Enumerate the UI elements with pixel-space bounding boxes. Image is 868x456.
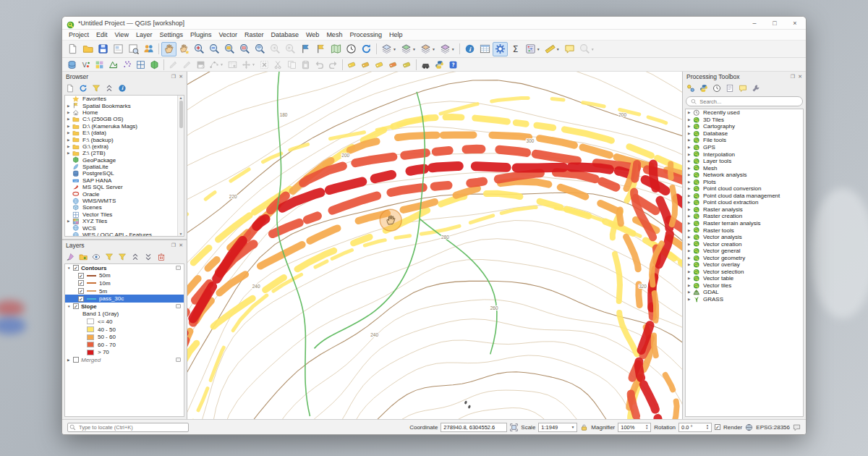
slope-class-3[interactable]: 60 - 70: [65, 341, 184, 349]
expand-arrow-icon[interactable]: ▶: [688, 200, 693, 204]
processing-category-raster-analysis[interactable]: ▶Raster analysis: [686, 206, 803, 214]
slope-class-0[interactable]: <= 40: [65, 318, 184, 326]
data-source-manager-button[interactable]: [65, 59, 79, 71]
processing-category-raster-tools[interactable]: ▶Raster tools: [686, 227, 803, 234]
processing-category-raster-terrain-analysis[interactable]: ▶Raster terrain analysis: [686, 220, 803, 227]
filter-legend-expression-button[interactable]: [116, 252, 128, 263]
add-point-cloud-layer-button[interactable]: [120, 59, 134, 71]
browser-scrollbar[interactable]: ▲▼: [177, 96, 184, 236]
magnifier-spinner[interactable]: 100%▲▼: [618, 423, 651, 432]
expand-arrow-icon[interactable]: ▶: [688, 256, 693, 260]
rotation-spinner[interactable]: 0.0 °▲▼: [678, 423, 712, 432]
expand-arrow-icon[interactable]: ▶: [688, 145, 693, 149]
processing-category-3d-tiles[interactable]: ▶3D Tiles: [686, 117, 803, 124]
highlight-labels-button[interactable]: [386, 59, 400, 71]
python-console-button[interactable]: [433, 59, 446, 71]
slope-class-2[interactable]: 50 - 60: [65, 333, 184, 341]
expand-arrow-icon[interactable]: ▶: [688, 214, 693, 218]
move-feature-button[interactable]: ▼: [239, 59, 258, 71]
expand-arrow-icon[interactable]: ▶: [688, 290, 693, 294]
menu-edit[interactable]: Edit: [93, 31, 111, 38]
new-print-layout-button[interactable]: [111, 42, 126, 56]
crs-globe-icon[interactable]: [745, 423, 753, 431]
add-ogc-layer-button[interactable]: ▼: [379, 42, 399, 56]
models-button[interactable]: [685, 83, 697, 94]
layer-10m[interactable]: ✓10m: [65, 279, 184, 287]
processing-category-vector-creation[interactable]: ▶Vector creation: [686, 240, 803, 248]
layer-group-slope[interactable]: ▼✓Slope: [65, 303, 184, 311]
browser-item-wfs-ogc-api-features[interactable]: WFS / OGC API - Features: [65, 232, 184, 237]
collapse-all-button[interactable]: [103, 83, 115, 94]
menu-layer[interactable]: Layer: [132, 31, 156, 38]
history-button[interactable]: [711, 83, 723, 94]
processing-category-point-cloud-extraction[interactable]: ▶Point cloud extraction: [686, 199, 803, 206]
collapse-arrow-icon[interactable]: ▼: [67, 305, 73, 308]
map-tips-button[interactable]: [562, 42, 577, 56]
layer-visibility-checkbox[interactable]: ✓: [78, 296, 84, 302]
zoom-next-button[interactable]: [283, 42, 298, 56]
expand-arrow-icon[interactable]: ▶: [688, 159, 693, 163]
processing-category-file-tools[interactable]: ▶File tools: [686, 137, 803, 144]
add-misc-layer-button[interactable]: ▼: [438, 42, 457, 56]
new-geopackage-layer-button[interactable]: [148, 59, 161, 71]
zoom-out-button[interactable]: [207, 42, 222, 56]
refresh-button[interactable]: [77, 83, 89, 94]
current-edits-button[interactable]: [166, 59, 180, 71]
add-db-layer-button[interactable]: ▼: [399, 42, 418, 56]
expand-arrow-icon[interactable]: ▶: [67, 117, 72, 121]
style-manager-button[interactable]: [141, 42, 156, 56]
browser-item-spatial-bookmarks[interactable]: ▶Spatial Bookmarks: [65, 102, 184, 109]
title-bar[interactable]: *Untitled Project — QGIS [workshop] – □ …: [62, 17, 806, 30]
coordinate-field[interactable]: 278940.8, 6304552.6: [441, 423, 507, 432]
browser-item-f-backup[interactable]: ▶F:\ (backup): [65, 136, 184, 143]
layer-diagram-button[interactable]: [359, 59, 373, 71]
zoom-in-button[interactable]: [192, 42, 207, 56]
lock-scale-icon[interactable]: [580, 423, 588, 431]
browser-item-vector-tiles[interactable]: Vector Tiles: [65, 211, 184, 218]
expand-arrow-icon[interactable]: ▶: [688, 153, 693, 156]
browser-item-sap-hana[interactable]: SAPSAP HANA: [65, 177, 184, 184]
expand-arrow-icon[interactable]: ▶: [67, 111, 72, 114]
processing-category-vector-geometry[interactable]: ▶Vector geometry: [686, 254, 803, 261]
expand-arrow-icon[interactable]: ▶: [688, 138, 693, 142]
expand-arrow-icon[interactable]: ▶: [688, 221, 693, 225]
expand-arrow-icon[interactable]: ▶: [688, 242, 693, 246]
browser-item-wcs[interactable]: WCS: [65, 224, 184, 231]
slope-class-1[interactable]: 40 - 50: [65, 326, 184, 334]
new-project-button[interactable]: [65, 42, 80, 56]
layer-labeling-button[interactable]: [345, 59, 359, 71]
expand-arrow-icon[interactable]: ▶: [688, 124, 693, 128]
zoom-to-selection-button[interactable]: [237, 42, 252, 56]
move-label-button[interactable]: [400, 59, 414, 71]
processing-category-grass[interactable]: ▶GRASS: [686, 296, 803, 303]
zoom-last-button[interactable]: [268, 42, 283, 56]
expand-arrow-icon[interactable]: ▶: [688, 208, 693, 211]
copy-features-button[interactable]: [285, 59, 299, 71]
collapse-arrow-icon[interactable]: ▼: [67, 266, 73, 270]
processing-category-gps[interactable]: ▶GPS: [686, 144, 803, 151]
processing-toolbox-button[interactable]: [493, 42, 508, 56]
expand-arrow-icon[interactable]: ▶: [67, 151, 72, 155]
browser-item-z-2tb[interactable]: ▶Z:\ (2TB): [65, 150, 184, 156]
expand-arrow-icon[interactable]: ▶: [688, 284, 693, 287]
cut-features-button[interactable]: [271, 59, 285, 71]
expand-arrow-icon[interactable]: ▶: [688, 180, 693, 184]
processing-category-layer-tools[interactable]: ▶Layer tools: [686, 158, 803, 165]
processing-category-network-analysis[interactable]: ▶Network analysis: [686, 172, 803, 179]
layer-pass-30c[interactable]: ✓pass_30c: [65, 295, 184, 303]
identify-results-button[interactable]: i: [462, 42, 477, 56]
pan-map-button[interactable]: [161, 42, 176, 56]
options-button[interactable]: [750, 83, 762, 94]
spinner-arrows-icon[interactable]: ▲▼: [706, 424, 709, 431]
messages-icon[interactable]: [793, 423, 801, 431]
layer-visibility-checkbox[interactable]: ✓: [78, 273, 84, 279]
menu-help[interactable]: Help: [386, 31, 407, 38]
expand-arrow-icon[interactable]: ▶: [688, 118, 693, 122]
paste-features-button[interactable]: [299, 59, 312, 71]
processing-category-cartography[interactable]: ▶Cartography: [686, 123, 803, 130]
slope-class-4[interactable]: > 70: [65, 349, 184, 357]
expand-arrow-icon[interactable]: ▶: [67, 145, 72, 148]
processing-close-icon[interactable]: ✕: [798, 74, 802, 80]
processing-category-plots[interactable]: ▶Plots: [686, 178, 803, 185]
help-contents-button[interactable]: ?: [446, 59, 460, 71]
